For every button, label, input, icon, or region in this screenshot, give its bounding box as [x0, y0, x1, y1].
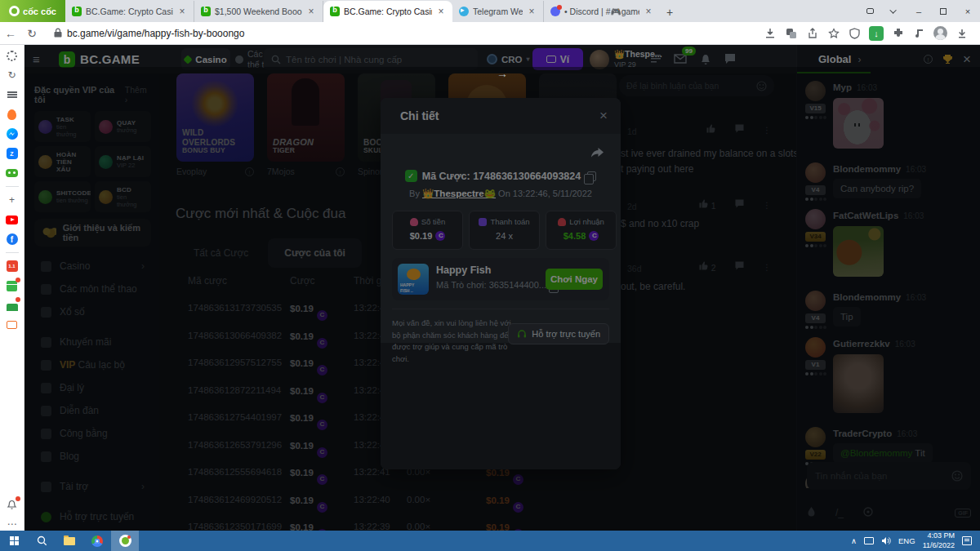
close-button[interactable]: ×: [956, 0, 980, 22]
tab-title: BC.Game: Crypto Casino Gan: [86, 7, 173, 16]
sale-app-icon[interactable]: 1.1: [6, 260, 19, 273]
address-bar-icons: ↓: [763, 26, 980, 41]
taskbar-search-icon[interactable]: [28, 531, 56, 551]
youtube-icon[interactable]: [6, 213, 19, 226]
extensions-icon[interactable]: [891, 26, 905, 40]
window-controls: – ×: [858, 0, 980, 22]
language-indicator[interactable]: ENG: [898, 536, 915, 545]
download-extension-icon[interactable]: ↓: [869, 26, 884, 41]
clock-time: 4:03 PM: [927, 531, 955, 540]
browser-sidebar: ↻ Z + f 1.1 ⋯: [0, 45, 24, 531]
sidebar-divider: [6, 252, 19, 253]
url-text[interactable]: bc.game/vi/game/happy-fish-by-booongo: [67, 28, 244, 39]
history-icon[interactable]: ↻: [6, 69, 19, 82]
share-icon[interactable]: [805, 26, 819, 40]
bookmark-star-icon[interactable]: [826, 26, 840, 40]
sidebar-more-icon[interactable]: ⋯: [6, 518, 19, 531]
forward-icon[interactable]: →: [24, 67, 980, 551]
coccoc-logo-icon: [9, 6, 20, 16]
volume-icon[interactable]: [881, 534, 891, 549]
sidebar-divider: [6, 186, 19, 187]
new-tab-button[interactable]: +: [660, 2, 679, 22]
maximize-button[interactable]: [931, 0, 956, 22]
tab-title: Telegram Web: [473, 7, 523, 16]
browser-tab[interactable]: Telegram Web ×: [452, 1, 544, 22]
coccoc-brand-label: cốc cốc: [23, 7, 56, 16]
tab-list-icon[interactable]: [882, 0, 906, 22]
tab-close-icon[interactable]: ×: [436, 6, 446, 17]
media-icon[interactable]: [912, 26, 926, 40]
lock-icon[interactable]: [54, 26, 62, 41]
zalo-icon[interactable]: Z: [6, 147, 19, 160]
tab-favicon: [72, 7, 82, 16]
tab-close-icon[interactable]: ×: [527, 6, 537, 17]
shield-icon[interactable]: [848, 26, 862, 40]
clock-date: 11/6/2022: [923, 541, 955, 549]
file-explorer-icon[interactable]: [56, 531, 83, 551]
browser-tabs: BC.Game: Crypto Casino Gan × $1,500 Week…: [65, 0, 660, 22]
gift-app-icon[interactable]: [6, 279, 19, 292]
browser-profile-avatar[interactable]: [933, 26, 947, 40]
reload-icon[interactable]: ↻: [21, 27, 42, 40]
browser-tab[interactable]: BC.Game: Crypto Casino Gan ×: [65, 1, 194, 22]
tray-expand-icon[interactable]: ∧: [851, 536, 857, 545]
browser-tab[interactable]: BC.Game: Crypto Casino Gan ×: [323, 1, 452, 22]
add-shortcut-icon[interactable]: +: [6, 193, 19, 207]
taskbar-clock[interactable]: 4:03 PM 11/6/2022: [923, 531, 955, 550]
cart-app-icon[interactable]: [6, 318, 19, 331]
messenger-icon[interactable]: [6, 127, 19, 140]
tab-title: $1,500 Weekend Booongo M: [215, 7, 302, 16]
tab-favicon: [550, 7, 560, 16]
coccoc-taskbar-icon[interactable]: [111, 531, 139, 551]
tab-favicon: [330, 7, 340, 16]
translate-icon[interactable]: [784, 26, 798, 40]
coccoc-brand[interactable]: cốc cốc: [0, 0, 65, 22]
games-icon[interactable]: [6, 167, 19, 180]
notifications-bell-icon[interactable]: [6, 498, 19, 511]
start-button[interactable]: [0, 531, 28, 551]
tab-title: • Discord | #🎮games | BC G: [564, 7, 639, 17]
network-icon[interactable]: [864, 537, 874, 544]
hot-trend-icon[interactable]: [6, 108, 19, 121]
settings-gear-icon[interactable]: [6, 49, 19, 62]
minimize-button[interactable]: –: [906, 0, 931, 22]
save-page-icon[interactable]: [763, 26, 777, 40]
tab-close-icon[interactable]: ×: [306, 6, 316, 17]
search-tabs-icon[interactable]: [858, 0, 882, 22]
facebook-icon[interactable]: f: [6, 233, 19, 246]
tab-close-icon[interactable]: ×: [644, 6, 653, 17]
tab-favicon: [201, 7, 211, 16]
system-tray: ∧ ENG 4:03 PM 11/6/2022: [851, 531, 980, 550]
address-bar: ← → ↻ bc.game/vi/game/happy-fish-by-booo…: [0, 22, 980, 45]
chrome-icon[interactable]: [83, 531, 111, 551]
back-icon[interactable]: ←: [0, 27, 21, 40]
reading-list-icon[interactable]: [6, 88, 19, 101]
downloads-icon[interactable]: [955, 26, 969, 40]
shop-app-icon[interactable]: [6, 299, 19, 312]
browser-tabbar: cốc cốc BC.Game: Crypto Casino Gan × $1,…: [0, 0, 980, 22]
browser-tab[interactable]: $1,500 Weekend Booongo M ×: [194, 1, 323, 22]
tab-title: BC.Game: Crypto Casino Gan: [344, 7, 432, 16]
tab-close-icon[interactable]: ×: [177, 6, 187, 17]
tab-favicon: [459, 7, 469, 16]
windows-taskbar: ∧ ENG 4:03 PM 11/6/2022: [0, 531, 980, 551]
screen: cốc cốc BC.Game: Crypto Casino Gan × $1,…: [0, 0, 980, 551]
action-center-icon[interactable]: [962, 536, 972, 545]
browser-tab[interactable]: • Discord | #🎮games | BC G ×: [544, 1, 660, 22]
